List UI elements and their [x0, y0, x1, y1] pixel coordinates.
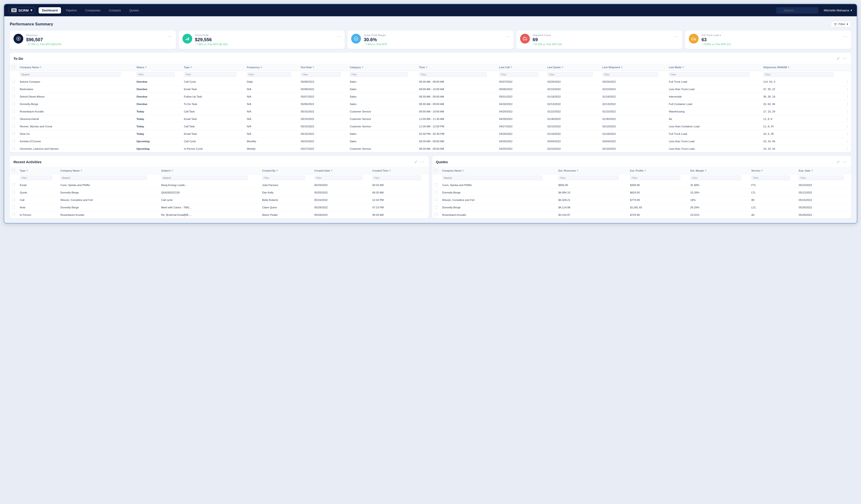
row-checkbox[interactable]: [12, 124, 15, 127]
act-filter-company[interactable]: [60, 176, 147, 180]
todo-cell: 08:30 AM - 09:00 AM: [417, 78, 497, 85]
gpm-menu[interactable]: ⋯: [506, 34, 510, 39]
activities-menu-button[interactable]: ⋯: [420, 159, 425, 165]
row-checkbox[interactable]: [12, 102, 15, 105]
ftl-menu[interactable]: ⋯: [843, 34, 847, 39]
act-filter-type[interactable]: Filter: [20, 176, 52, 180]
activity-cell: Dan Kelly: [260, 189, 312, 196]
row-checkbox[interactable]: [12, 110, 15, 113]
act-filter-created-by[interactable]: Filter: [262, 176, 305, 180]
select-all-checkbox[interactable]: [12, 65, 15, 68]
quote-checkbox[interactable]: [435, 191, 437, 194]
todo-filter-shipments[interactable]: Filter: [763, 72, 834, 77]
gross-profit-menu[interactable]: ⋯: [337, 34, 341, 39]
quotes-actions: ⤢ ⋯: [836, 159, 847, 165]
todo-cell: Warehousing: [667, 108, 761, 115]
row-menu-button[interactable]: ⋮: [846, 140, 849, 143]
todo-title: To Do: [14, 57, 23, 60]
todo-filter-type[interactable]: Filter: [184, 72, 236, 77]
q-filter-profits[interactable]: Filter: [630, 176, 680, 180]
todo-filter-status[interactable]: Filter: [136, 72, 175, 77]
quotes-select-all[interactable]: [435, 169, 437, 172]
row-checkbox[interactable]: [12, 117, 15, 120]
todo-cell: 03/25/2022: [497, 145, 545, 152]
row-menu-button[interactable]: ⋮: [846, 110, 849, 113]
row-checkbox[interactable]: [12, 132, 15, 135]
svg-rect-17: [692, 38, 695, 40]
todo-filter-frequency[interactable]: Filter: [247, 72, 291, 77]
brand-logo[interactable]: SCRM ▾: [9, 7, 35, 14]
todo-cell: 01/22/2022: [600, 108, 667, 115]
todo-filter-time[interactable]: Filter: [419, 72, 487, 77]
todo-cell: 02/10/2022: [545, 123, 600, 130]
act-checkbox[interactable]: [12, 198, 15, 201]
activity-cell: 05/16/2022: [312, 196, 370, 204]
perf-summary-header: Performance Summary Filter ▾: [10, 21, 851, 27]
quotes-menu-button[interactable]: ⋯: [842, 159, 847, 165]
todo-cell: 02:30 PM - 02:30 PM: [417, 130, 497, 138]
act-checkbox[interactable]: [12, 213, 15, 216]
todo-menu-button[interactable]: ⋯: [842, 55, 847, 62]
user-menu[interactable]: Mitchelle Mahaana ▾: [824, 9, 852, 12]
svg-point-15: [524, 39, 524, 40]
row-menu-button[interactable]: ⋮: [846, 133, 849, 135]
nav-tab-dashboard[interactable]: Dashboard: [39, 7, 61, 14]
revenues-menu[interactable]: ⋯: [168, 34, 172, 39]
quote-checkbox[interactable]: [435, 183, 437, 186]
row-checkbox[interactable]: [12, 147, 15, 150]
row-checkbox[interactable]: [12, 95, 15, 98]
todo-filter-company[interactable]: [20, 72, 121, 77]
todo-filter-last-shipment[interactable]: Filter: [602, 72, 658, 77]
nav-tab-companies[interactable]: Companies: [82, 7, 104, 14]
act-checkbox[interactable]: [12, 191, 15, 194]
revenues-change: ↑ 17.78% vs. Prior MTD ($20,875): [26, 43, 165, 46]
activities-expand-button[interactable]: ⤢: [413, 159, 418, 165]
todo-cell: 10, 24, 46: [761, 138, 844, 145]
quote-checkbox[interactable]: [435, 206, 437, 208]
row-menu-button[interactable]: ⋮: [846, 95, 849, 98]
act-filter-time[interactable]: Filter: [372, 176, 421, 180]
todo-filter-last-call[interactable]: Filter: [499, 72, 538, 77]
todo-filter-last-mode[interactable]: Filter: [669, 72, 750, 77]
quote-cell: IM: [749, 196, 796, 204]
act-filter-date[interactable]: Filter: [314, 176, 362, 180]
todo-filter-category[interactable]: Filter: [350, 72, 408, 77]
gpm-value: 30.6%: [364, 37, 503, 42]
quotes-expand-button[interactable]: ⤢: [836, 159, 840, 165]
todo-filter-last-quote[interactable]: Filter: [547, 72, 593, 77]
shipment-menu[interactable]: ⋯: [674, 34, 679, 39]
row-checkbox[interactable]: [12, 139, 15, 142]
nav-tab-contacts[interactable]: Contacts: [106, 7, 124, 14]
quote-checkbox[interactable]: [435, 213, 437, 216]
row-menu-button[interactable]: ⋮: [846, 80, 849, 83]
th-status: Status⇅: [134, 64, 181, 71]
nav-tab-pipeline[interactable]: Pipeline: [63, 7, 80, 14]
nav-tab-quotes[interactable]: Quotes: [126, 7, 142, 14]
q-filter-margin[interactable]: Filter: [690, 176, 741, 180]
act-checkbox[interactable]: [12, 206, 15, 208]
todo-filter-due-date[interactable]: Filter: [301, 72, 340, 77]
row-menu-button[interactable]: ⋮: [846, 88, 849, 91]
q-filter-company[interactable]: [442, 176, 543, 180]
nav-search-input[interactable]: [776, 7, 818, 14]
quote-checkbox[interactable]: [435, 198, 437, 201]
todo-expand-button[interactable]: ⤢: [836, 55, 840, 62]
row-menu-button[interactable]: ⋮: [846, 118, 849, 120]
todo-row: Rosenbaum-KuvalisTodayCall TaskN/A05/15/…: [10, 108, 851, 115]
todo-cell: Overdue: [134, 93, 181, 100]
revenues-icon: [14, 34, 23, 43]
act-filter-subject[interactable]: [161, 176, 248, 180]
filter-button[interactable]: Filter ▾: [831, 21, 851, 27]
todo-cell: 10, 24, 34: [761, 145, 844, 152]
row-menu-button[interactable]: ⋮: [846, 125, 849, 128]
activities-select-all[interactable]: [12, 169, 15, 172]
row-checkbox[interactable]: [12, 80, 15, 83]
quote-cell: LTL: [749, 189, 796, 196]
row-menu-button[interactable]: ⋮: [846, 147, 849, 150]
q-filter-revenues[interactable]: Filter: [558, 176, 619, 180]
q-filter-service[interactable]: Filter: [751, 176, 790, 180]
row-menu-button[interactable]: ⋮: [846, 103, 849, 106]
row-checkbox[interactable]: [12, 87, 15, 90]
q-filter-exp-date[interactable]: Filter: [798, 176, 844, 180]
act-checkbox[interactable]: [12, 183, 15, 186]
